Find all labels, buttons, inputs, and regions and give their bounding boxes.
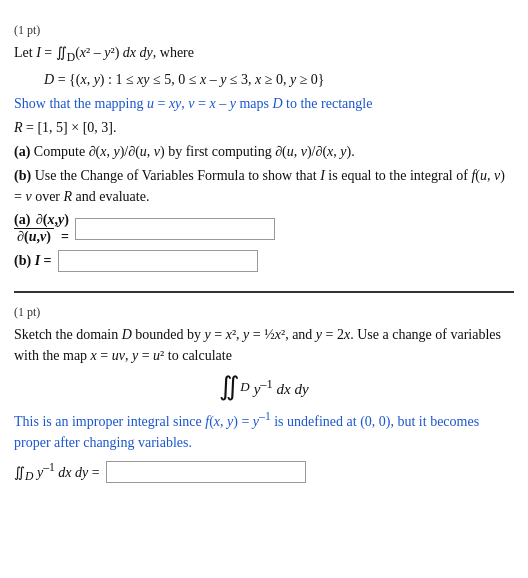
part-a-row: (a) ∂(x,y) ∂(u,v) = (14, 212, 514, 245)
intro-line: Let I = ∬D(x² – y²) dx dy, where (14, 42, 514, 66)
part-a-input[interactable] (75, 218, 275, 240)
rectangle-line: R = [1, 5] × [0, 3]. (14, 117, 514, 138)
section-divider (14, 291, 514, 293)
part-a-label: (a) ∂(x,y) ∂(u,v) = (14, 212, 69, 245)
section2-answer-input[interactable] (106, 461, 306, 483)
part-b-instruction: (b) Use the Change of Variables Formula … (14, 165, 514, 207)
section2-note: This is an improper integral since f(x, … (14, 408, 514, 453)
show-line: Show that the mapping u = xy, v = x – y … (14, 93, 514, 114)
section2-answer-label: ∬D y–1 dx dy = (14, 461, 100, 483)
part-b-label: (b) I = (14, 253, 52, 269)
section-1: (1 pt) Let I = ∬D(x² – y²) dx dy, where … (14, 10, 514, 281)
section2-intro: Sketch the domain D bounded by y = x², y… (14, 324, 514, 366)
part-b-row: (b) I = (14, 250, 514, 272)
page-container: (1 pt) Let I = ∬D(x² – y²) dx dy, where … (0, 0, 528, 514)
part-a-instruction: (a) Compute ∂(x, y)/∂(u, v) by first com… (14, 141, 514, 162)
integral-display: ∬ D y–1 dx dy (14, 374, 514, 400)
section2-answer-row: ∬D y–1 dx dy = (14, 461, 514, 483)
part-b-input[interactable] (58, 250, 258, 272)
pt-label-2: (1 pt) (14, 303, 514, 321)
domain-def: D = {(x, y) : 1 ≤ xy ≤ 5, 0 ≤ x – y ≤ 3,… (44, 69, 514, 90)
section-2: (1 pt) Sketch the domain D bounded by y … (14, 303, 514, 496)
pt-label-1: (1 pt) (14, 21, 514, 39)
